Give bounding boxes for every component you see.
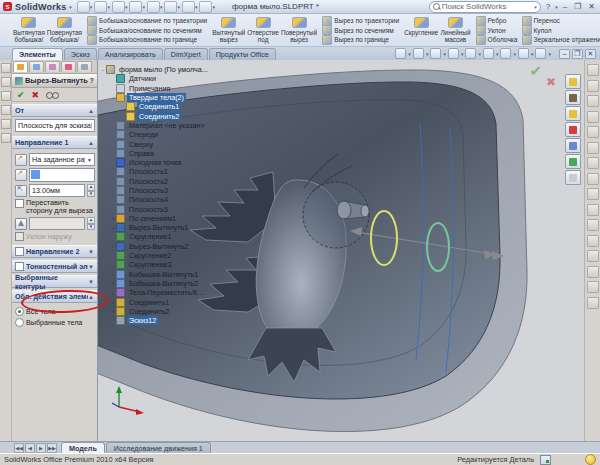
palette-tab-icon[interactable] — [565, 138, 581, 153]
section-view-icon[interactable] — [448, 48, 459, 59]
rebuild-icon[interactable] — [164, 1, 177, 13]
tree-item[interactable]: +Бобышка-Вытянуть2 — [100, 279, 218, 288]
command-button[interactable]: Отверстие под крепеж — [246, 15, 280, 45]
chevron-down-icon[interactable]: ▾ — [107, 4, 110, 10]
tool-icon[interactable] — [587, 188, 599, 200]
tool-icon[interactable] — [587, 157, 599, 169]
search-options-icon[interactable]: ▾ — [534, 4, 537, 10]
help-button[interactable]: ? — [544, 2, 552, 11]
tool-icon[interactable] — [587, 266, 599, 278]
doc-close-button[interactable]: ✕ — [585, 49, 596, 59]
zoom-fit-icon[interactable] — [395, 48, 406, 59]
chevron-down-icon[interactable]: ▾ — [426, 51, 429, 57]
chevron-down-icon[interactable]: ▾ — [496, 51, 499, 57]
chevron-down-icon[interactable]: ▾ — [443, 51, 446, 57]
appearances-tab-icon[interactable] — [565, 122, 581, 137]
tab-Продукты Office[interactable]: Продукты Office — [209, 48, 276, 60]
tab-scroll-button[interactable]: ▶▶ — [47, 443, 57, 453]
pm-help-button[interactable]: ? — [90, 76, 94, 85]
close-button[interactable]: ✕ — [586, 2, 597, 11]
chevron-down-icon[interactable]: ▾ — [177, 4, 180, 10]
quick-tips-icon[interactable] — [540, 455, 551, 465]
dimxpertmanager-tab-icon[interactable] — [45, 61, 60, 72]
chevron-down-icon[interactable]: ▾ — [408, 51, 411, 57]
left-tool-icon[interactable] — [1, 77, 11, 87]
command-button[interactable]: Перенос — [522, 16, 600, 25]
previous-view-icon[interactable] — [430, 48, 441, 59]
tree-item[interactable]: Плоскость4 — [100, 195, 218, 204]
tree-item[interactable]: -Твердые тела(2) — [100, 93, 218, 102]
tool-icon[interactable] — [587, 142, 599, 154]
depth-input[interactable]: 13.00мм — [29, 184, 85, 197]
undo-icon[interactable] — [147, 1, 160, 13]
tool-icon[interactable] — [587, 281, 599, 293]
direction2-header[interactable]: Направление 2 ▼ — [12, 245, 97, 258]
tree-item[interactable]: Скругление2 — [100, 251, 218, 260]
direction-reference-box[interactable] — [29, 168, 95, 182]
tool-icon[interactable] — [587, 111, 599, 123]
command-button[interactable]: Бобышка/основание по сечениям — [87, 26, 207, 35]
direction2-checkbox[interactable] — [15, 247, 24, 256]
resources-tab-icon[interactable] — [565, 74, 581, 89]
tab-DimXpert[interactable]: DimXpert — [164, 48, 208, 60]
doc-restore-button[interactable]: ❐ — [572, 49, 583, 59]
tree-item[interactable]: -форма мыло (По умолча... — [100, 65, 218, 74]
draft-button[interactable] — [15, 218, 27, 230]
assistant-icon[interactable] — [585, 454, 596, 465]
tool-icon[interactable] — [587, 250, 599, 262]
zoom-area-icon[interactable] — [413, 48, 424, 59]
command-button[interactable]: Повернутая бобышка/основание — [46, 15, 83, 45]
command-button[interactable]: Линейный массив — [439, 15, 471, 45]
tab-scroll-button[interactable]: ▶ — [36, 443, 46, 453]
tree-item[interactable]: Скругление3 — [100, 260, 218, 269]
graphics-area[interactable]: ✔ ✖ -форма мыло (По умолча...ДатчикиПрим… — [98, 60, 584, 441]
displaymanager-tab-icon[interactable] — [61, 61, 76, 72]
chevron-down-icon[interactable]: ▾ — [195, 4, 198, 10]
menu-expand-icon[interactable]: ▾ — [69, 4, 72, 10]
tree-item[interactable]: Датчики — [100, 74, 218, 83]
chevron-down-icon[interactable]: ▾ — [212, 4, 215, 10]
search-box[interactable]: Поиск SolidWorks ▾ — [429, 1, 541, 13]
tree-item[interactable]: Исходная точка — [100, 158, 218, 167]
tool-icon[interactable] — [587, 80, 599, 92]
design-library-tab-icon[interactable] — [565, 90, 581, 105]
save-icon[interactable] — [112, 1, 125, 13]
from-section-header[interactable]: От ▲ — [12, 104, 97, 117]
tool-icon[interactable] — [587, 95, 599, 107]
command-button[interactable]: Купол — [522, 26, 600, 35]
tool-icon[interactable] — [587, 235, 599, 247]
chevron-down-icon[interactable]: ▾ — [160, 4, 163, 10]
tree-item[interactable]: +Соединить2 — [100, 307, 218, 316]
feature-scope-header[interactable]: Обл. действия элемента ▲ — [12, 290, 97, 303]
command-button[interactable]: Вырез по траектории — [322, 16, 399, 25]
command-button[interactable]: Бобышка/основание по границе — [87, 35, 207, 44]
tree-item[interactable]: +Бобышка-Вытянуть1 — [100, 270, 218, 279]
custom-properties-tab-icon[interactable] — [565, 170, 581, 185]
thin-feature-checkbox[interactable] — [15, 262, 24, 271]
selected-bodies-radio[interactable] — [15, 318, 24, 327]
web-portal-tab-icon[interactable] — [565, 154, 581, 169]
tree-item[interactable]: Плоскость5 — [100, 204, 218, 213]
help-icon[interactable] — [199, 1, 212, 13]
left-tool-icon[interactable] — [1, 105, 11, 115]
tool-icon[interactable] — [587, 204, 599, 216]
tool-icon[interactable] — [587, 126, 599, 138]
tree-item[interactable]: +По сечениям1 — [100, 214, 218, 223]
reverse-direction-button[interactable] — [15, 154, 27, 166]
tab-Эскиз[interactable]: Эскиз — [64, 48, 97, 60]
tool-icon[interactable] — [587, 64, 599, 76]
tool-icon[interactable] — [587, 219, 599, 231]
doc-minimize-button[interactable]: – — [559, 49, 570, 59]
view-orientation-icon[interactable] — [465, 48, 476, 59]
confirm-ok-icon[interactable]: ✔ — [529, 64, 542, 77]
help-caret-icon[interactable]: ▾ — [555, 4, 558, 10]
chevron-down-icon[interactable]: ▾ — [548, 51, 551, 57]
tab-scroll-button[interactable]: ◀◀ — [14, 443, 24, 453]
direction1-header[interactable]: Направление 1 ▲ — [12, 136, 97, 149]
tree-item[interactable]: Плоскость2 — [100, 177, 218, 186]
options-icon[interactable] — [182, 1, 195, 13]
hide-show-icon[interactable] — [500, 48, 511, 59]
selected-contours-header[interactable]: Выбранные контуры ▼ — [12, 275, 97, 288]
tree-item[interactable]: Соединить1 — [100, 102, 218, 111]
tree-item[interactable]: Плоскость3 — [100, 186, 218, 195]
